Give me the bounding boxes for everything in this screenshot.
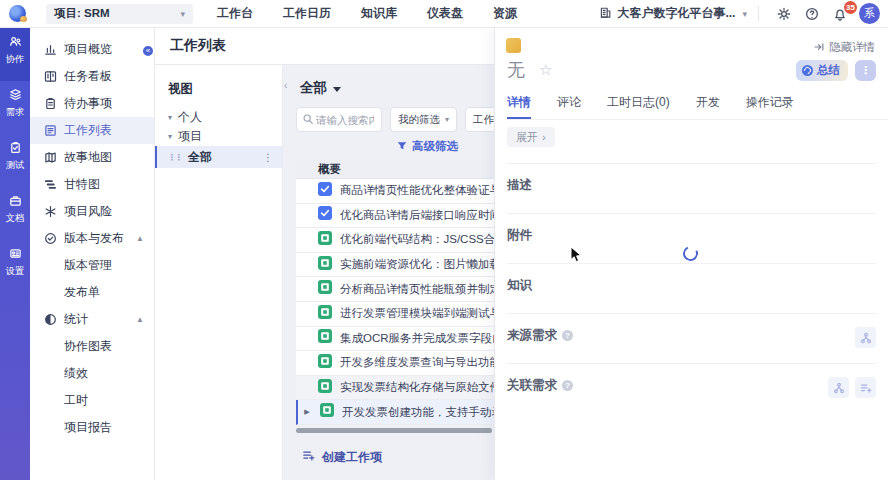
ai-summarize-button[interactable]: 总结	[796, 60, 848, 81]
star-icon[interactable]: ☆	[539, 61, 552, 79]
more-menu-icon[interactable]: ⋮	[263, 152, 273, 163]
settings-gear-icon[interactable]	[773, 3, 795, 25]
detail-section-来源需求: 来源需求?	[507, 313, 876, 363]
worklist-icon	[44, 124, 57, 137]
chevron-down-icon: ▾	[445, 115, 449, 124]
sidebar-item-项目风险[interactable]: 项目风险	[30, 198, 154, 225]
rail-item-文档[interactable]: 文档	[0, 187, 30, 240]
project-selector[interactable]: 项目: SRM ▾	[46, 4, 193, 24]
search-icon	[302, 111, 314, 129]
detail-tab-工时日志(0)[interactable]: 工时日志(0)	[607, 94, 670, 119]
sidebar-item-绩效[interactable]: 绩效	[30, 360, 154, 387]
avatar[interactable]: 系	[859, 3, 880, 24]
drag-handle-icon[interactable]: ⋮⋮	[168, 153, 182, 162]
app-window: 项目: SRM ▾ 工作台工作日历知识库仪表盘资源 大客户数字化平台事... ▾…	[0, 0, 888, 480]
my-filter-dropdown[interactable]: 我的筛选 ▾	[390, 107, 457, 132]
create-work-item-label: 创建工作项	[322, 449, 382, 466]
detail-tab-操作记录[interactable]: 操作记录	[746, 94, 794, 119]
hide-details-button[interactable]: 隐藏详情	[813, 40, 875, 55]
rail-item-协作[interactable]: 协作	[0, 28, 30, 81]
rail-item-测试[interactable]: 测试	[0, 134, 30, 187]
chevron-up-icon[interactable]: ▲	[136, 315, 144, 324]
release-icon	[44, 232, 57, 245]
sidebar-collapse-button[interactable]: «	[141, 44, 155, 58]
list-add-icon[interactable]	[855, 377, 876, 398]
org-selector[interactable]: 大客户数字化平台事... ▾	[599, 5, 747, 22]
sidebar-item-版本与发布[interactable]: 版本与发布▲	[30, 225, 154, 252]
status-task-icon[interactable]	[318, 329, 332, 347]
sidebar-item-协作图表[interactable]: 协作图表	[30, 333, 154, 360]
sidebar-item-项目概览[interactable]: 项目概览	[30, 36, 154, 63]
expand-fields-button[interactable]: 展开 ›	[507, 127, 555, 147]
sidebar-item-发布单[interactable]: 发布单	[30, 279, 154, 306]
sidebar-item-任务看板[interactable]: 任务看板	[30, 63, 154, 90]
detail-tab-开发[interactable]: 开发	[696, 94, 720, 119]
status-task-icon[interactable]	[320, 403, 334, 421]
app-logo-icon[interactable]	[9, 5, 26, 22]
sidebar-item-label: 发布单	[64, 284, 100, 301]
status-task-icon[interactable]	[318, 231, 332, 249]
topbar-tab-知识库[interactable]: 知识库	[361, 5, 397, 22]
detail-tab-评论[interactable]: 评论	[557, 94, 581, 119]
stats-icon	[44, 313, 57, 326]
notification-bell-icon[interactable]: 35	[829, 3, 851, 25]
status-task-icon[interactable]	[318, 354, 332, 372]
views-collapse-icon[interactable]: ‹	[284, 80, 287, 91]
help-circle-icon: ?	[562, 330, 573, 341]
topbar-tab-工作日历[interactable]: 工作日历	[283, 5, 331, 22]
view-group-个人[interactable]: ▾个人	[155, 108, 282, 127]
sidebar-item-故事地图[interactable]: 故事地图	[30, 144, 154, 171]
sidebar-item-label: 版本与发布	[64, 230, 124, 247]
sidebar-item-版本管理[interactable]: 版本管理	[30, 252, 154, 279]
sidebar-item-甘特图[interactable]: 甘特图	[30, 171, 154, 198]
status-done-icon[interactable]	[318, 206, 332, 224]
detail-more-button[interactable]: ⋮	[855, 60, 876, 81]
status-task-icon[interactable]	[318, 280, 332, 298]
gantt-icon	[44, 178, 57, 191]
hierarchy-icon[interactable]	[828, 377, 849, 398]
search-input[interactable]	[314, 113, 376, 127]
status-done-icon[interactable]	[318, 182, 332, 200]
sidebar-item-项目报告[interactable]: 项目报告	[30, 414, 154, 441]
sidebar-item-label: 项目概览	[64, 41, 112, 58]
topbar-tab-仪表盘[interactable]: 仪表盘	[427, 5, 463, 22]
detail-tab-详情[interactable]: 详情	[507, 94, 531, 119]
rail-item-需求[interactable]: 需求	[0, 81, 30, 134]
chevron-down-icon: ▾	[168, 132, 172, 141]
rail-item-label: 测试	[6, 159, 24, 172]
detail-panel: 隐藏详情 无 ☆ 总结 ⋮ 详情评论工时日志(0)开发操作记录 展开 › 描述附…	[494, 28, 888, 480]
settings-rail-icon	[9, 247, 22, 260]
sidebar-item-工时[interactable]: 工时	[30, 387, 154, 414]
funnel-icon	[396, 140, 408, 154]
project-selector-label: 项目: SRM	[54, 6, 110, 21]
topbar: 项目: SRM ▾ 工作台工作日历知识库仪表盘资源 大客户数字化平台事... ▾…	[0, 0, 888, 28]
sidebar-item-统计[interactable]: 统计▲	[30, 306, 154, 333]
rail-item-设置[interactable]: 设置	[0, 240, 30, 293]
section-label: 描述	[507, 177, 532, 194]
chevron-down-icon: ▾	[180, 9, 185, 19]
status-task-icon[interactable]	[318, 305, 332, 323]
status-task-icon[interactable]	[318, 256, 332, 274]
chevron-up-icon[interactable]: ▲	[136, 234, 144, 243]
horizontal-scrollbar[interactable]	[296, 428, 492, 433]
overview-icon	[44, 43, 57, 56]
view-item-all[interactable]: ⋮⋮ 全部 ⋮	[155, 146, 282, 168]
sidebar-item-label: 待办事项	[64, 95, 112, 112]
view-group-label: 项目	[178, 128, 202, 145]
hierarchy-icon[interactable]	[855, 327, 876, 348]
collab-icon	[9, 35, 22, 48]
sidebar-item-label: 工作列表	[64, 122, 112, 139]
topbar-tab-资源[interactable]: 资源	[493, 5, 517, 22]
caret-down-icon[interactable]	[333, 87, 341, 92]
topbar-tab-工作台[interactable]: 工作台	[217, 5, 253, 22]
search-box	[296, 107, 382, 132]
sidebar-item-label: 任务看板	[64, 68, 112, 85]
status-task-icon[interactable]	[318, 379, 332, 397]
sidebar-item-工作列表[interactable]: 工作列表	[30, 117, 154, 144]
view-group-项目[interactable]: ▾项目	[155, 127, 282, 146]
sidebar-item-待办事项[interactable]: 待办事项	[30, 90, 154, 117]
rail-item-label: 需求	[6, 106, 24, 119]
help-icon[interactable]	[801, 3, 823, 25]
expand-caret-icon[interactable]: ▶	[300, 408, 314, 416]
chevron-down-icon: ▾	[742, 9, 747, 19]
